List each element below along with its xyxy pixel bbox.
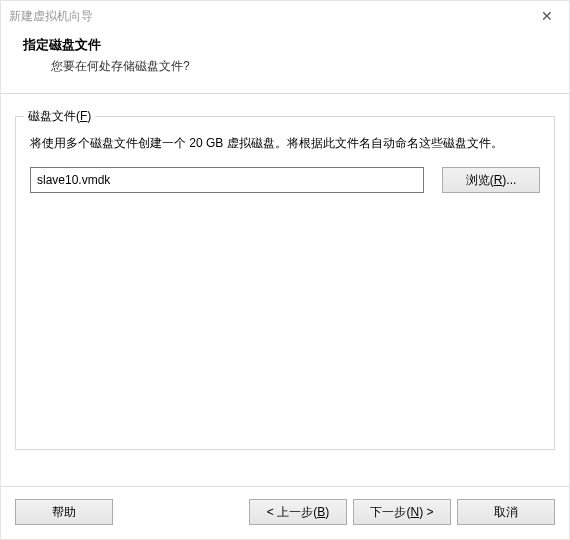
footer: 帮助 < 上一步(B) 下一步(N) > 取消 — [1, 499, 569, 539]
footer-divider — [1, 486, 569, 487]
wizard-body: 磁盘文件(F) 将使用多个磁盘文件创建一个 20 GB 虚拟磁盘。将根据此文件名… — [1, 94, 569, 486]
help-button[interactable]: 帮助 — [15, 499, 113, 525]
next-button[interactable]: 下一步(N) > — [353, 499, 451, 525]
wizard-window: 新建虚拟机向导 ✕ 指定磁盘文件 您要在何处存储磁盘文件? 磁盘文件(F) 将使… — [0, 0, 570, 540]
page-subtitle: 您要在何处存储磁盘文件? — [23, 58, 547, 75]
titlebar: 新建虚拟机向导 ✕ — [1, 1, 569, 31]
wizard-header: 指定磁盘文件 您要在何处存储磁盘文件? — [1, 31, 569, 93]
back-button[interactable]: < 上一步(B) — [249, 499, 347, 525]
browse-post: )... — [502, 173, 516, 187]
legend-pre: 磁盘文件( — [28, 109, 80, 123]
back-key: B — [317, 505, 325, 519]
next-key: N — [410, 505, 419, 519]
legend-post: ) — [87, 109, 91, 123]
back-post: ) — [325, 505, 329, 519]
page-title: 指定磁盘文件 — [23, 37, 547, 54]
fieldset-description: 将使用多个磁盘文件创建一个 20 GB 虚拟磁盘。将根据此文件名自动命名这些磁盘… — [30, 133, 540, 153]
browse-pre: 浏览( — [466, 173, 494, 187]
filename-row: 浏览(R)... — [30, 167, 540, 193]
fieldset-legend: 磁盘文件(F) — [24, 108, 95, 125]
browse-button[interactable]: 浏览(R)... — [442, 167, 540, 193]
cancel-button[interactable]: 取消 — [457, 499, 555, 525]
next-post: ) > — [419, 505, 433, 519]
back-pre: < 上一步( — [267, 505, 317, 519]
footer-area: 帮助 < 上一步(B) 下一步(N) > 取消 — [1, 486, 569, 539]
close-icon[interactable]: ✕ — [524, 1, 569, 31]
window-title: 新建虚拟机向导 — [9, 8, 524, 25]
disk-file-fieldset: 磁盘文件(F) 将使用多个磁盘文件创建一个 20 GB 虚拟磁盘。将根据此文件名… — [15, 116, 555, 450]
next-pre: 下一步( — [370, 505, 410, 519]
disk-filename-input[interactable] — [30, 167, 424, 193]
